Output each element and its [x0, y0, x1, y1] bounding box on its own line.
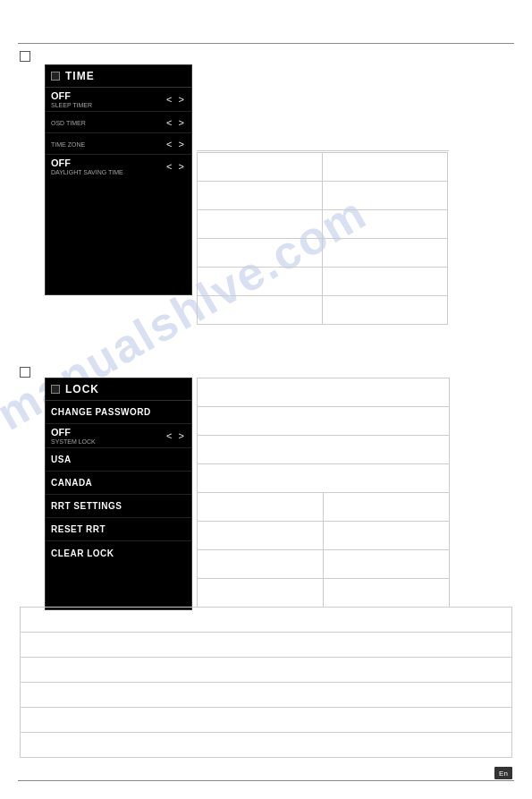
system-lock-arrows[interactable]: < >	[166, 430, 186, 441]
lock-grid-split-row-3	[198, 550, 450, 579]
time-grid-row-6	[198, 296, 448, 325]
lock-grid-row-1	[198, 378, 450, 407]
time-grid-row-5	[198, 268, 448, 296]
osd-timer-row: OSD TIMER < >	[46, 112, 191, 133]
bottom-border	[18, 780, 514, 781]
lock-grid-row-4	[198, 464, 450, 493]
lock-panel: LOCK CHANGE PASSWORD OFF SYSTEM LOCK < >…	[45, 378, 192, 610]
system-lock-value: OFF	[51, 427, 96, 438]
time-grid	[197, 152, 448, 325]
time-panel-checkbox[interactable]	[51, 72, 60, 81]
lock-grid-split-row-2	[198, 522, 450, 550]
lock-panel-title-row: LOCK	[46, 378, 191, 401]
bottom-grid-row-4	[21, 683, 512, 708]
language-indicator: En	[494, 767, 512, 779]
lock-grid-bottom	[197, 492, 450, 608]
usa-row[interactable]: USA	[46, 448, 191, 472]
bottom-grid-row-5	[21, 708, 512, 733]
lock-panel-empty	[46, 565, 191, 609]
osd-timer-arrows[interactable]: < >	[166, 117, 186, 128]
lock-grid-row-3	[198, 436, 450, 464]
clear-lock-label: CLEAR LOCK	[51, 548, 114, 558]
time-grid-row-2	[198, 182, 448, 210]
sleep-timer-row: OFF SLEEP TIMER < >	[46, 88, 191, 112]
dst-label: DAYLIGHT SAVING TIME	[51, 169, 123, 175]
dst-value: OFF	[51, 157, 123, 168]
time-zone-label: TIME ZONE	[51, 141, 85, 148]
osd-timer-label: OSD TIMER	[51, 120, 86, 126]
time-grid-top-line	[197, 150, 449, 151]
lock-panel-checkbox[interactable]	[51, 385, 60, 394]
usa-label: USA	[51, 455, 72, 464]
time-panel-title-row: TIME	[46, 65, 191, 88]
top-border	[18, 43, 514, 44]
time-grid-row-3	[198, 210, 448, 239]
time-grid-row-1	[198, 153, 448, 182]
time-panel-title: TIME	[65, 70, 95, 82]
time-panel-empty	[46, 178, 191, 294]
dst-row: OFF DAYLIGHT SAVING TIME < >	[46, 155, 191, 178]
bottom-grid-row-6	[21, 733, 512, 758]
bottom-grid-row-3	[21, 658, 512, 683]
sleep-timer-arrows[interactable]: < >	[166, 94, 186, 105]
system-lock-label: SYSTEM LOCK	[51, 438, 96, 445]
clear-lock-row[interactable]: CLEAR LOCK	[46, 541, 191, 565]
lock-grid-top	[197, 378, 450, 493]
dst-arrows[interactable]: < >	[166, 161, 186, 172]
time-zone-arrows[interactable]: < >	[166, 139, 186, 149]
reset-rrt-row[interactable]: RESET RRT	[46, 518, 191, 541]
bottom-grid-row-1	[21, 608, 512, 633]
rrt-settings-row[interactable]: RRT SETTINGS	[46, 495, 191, 518]
language-indicator-text: En	[499, 769, 508, 778]
time-section-checkbox[interactable]	[20, 51, 30, 62]
time-zone-row: TIME ZONE < >	[46, 133, 191, 155]
bottom-grid	[20, 607, 512, 758]
lock-panel-title: LOCK	[65, 383, 99, 395]
time-grid-row-4	[198, 239, 448, 268]
lock-grid-split-row-1	[198, 493, 450, 522]
lock-grid-row-2	[198, 407, 450, 436]
bottom-grid-row-2	[21, 633, 512, 658]
sleep-timer-label: SLEEP TIMER	[51, 102, 92, 108]
lock-section-checkbox[interactable]	[20, 367, 30, 378]
canada-label: CANADA	[51, 478, 92, 488]
system-lock-row: OFF SYSTEM LOCK < >	[46, 424, 191, 448]
canada-row[interactable]: CANADA	[46, 472, 191, 495]
rrt-settings-label: RRT SETTINGS	[51, 501, 122, 511]
sleep-timer-value: OFF	[51, 90, 92, 101]
time-panel: TIME OFF SLEEP TIMER < > OSD TIMER < > T…	[45, 64, 192, 295]
lock-grid-split-row-4	[198, 579, 450, 608]
change-password-label: CHANGE PASSWORD	[51, 407, 151, 417]
change-password-row[interactable]: CHANGE PASSWORD	[46, 401, 191, 424]
reset-rrt-label: RESET RRT	[51, 524, 106, 534]
